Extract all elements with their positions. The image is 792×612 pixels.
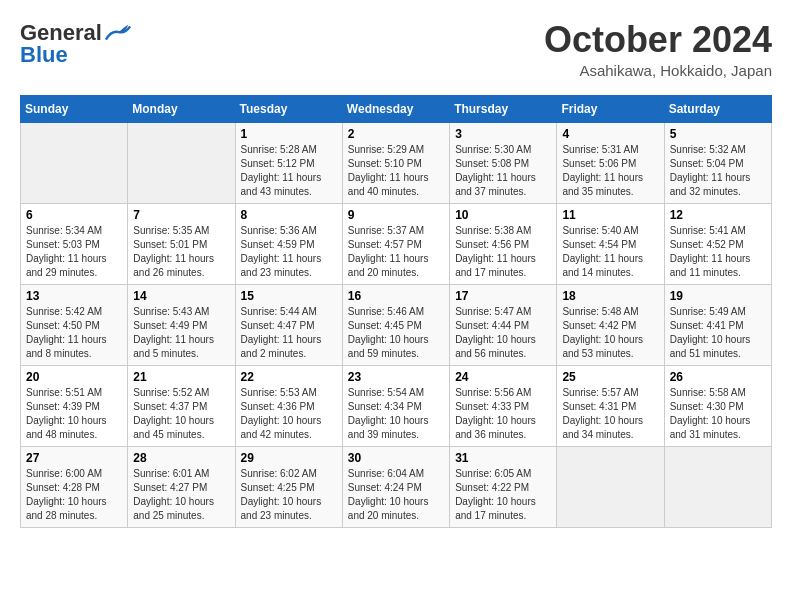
day-info: Sunrise: 5:43 AMSunset: 4:49 PMDaylight:… [133, 305, 229, 361]
day-number: 19 [670, 289, 766, 303]
day-info: Sunrise: 5:40 AMSunset: 4:54 PMDaylight:… [562, 224, 658, 280]
day-info: Sunrise: 5:32 AMSunset: 5:04 PMDaylight:… [670, 143, 766, 199]
calendar-cell: 18Sunrise: 5:48 AMSunset: 4:42 PMDayligh… [557, 284, 664, 365]
logo: General Blue [20, 20, 132, 68]
day-number: 7 [133, 208, 229, 222]
calendar-cell: 26Sunrise: 5:58 AMSunset: 4:30 PMDayligh… [664, 365, 771, 446]
day-number: 4 [562, 127, 658, 141]
calendar-cell: 11Sunrise: 5:40 AMSunset: 4:54 PMDayligh… [557, 203, 664, 284]
calendar-cell: 19Sunrise: 5:49 AMSunset: 4:41 PMDayligh… [664, 284, 771, 365]
calendar-cell: 17Sunrise: 5:47 AMSunset: 4:44 PMDayligh… [450, 284, 557, 365]
calendar-cell: 25Sunrise: 5:57 AMSunset: 4:31 PMDayligh… [557, 365, 664, 446]
day-info: Sunrise: 5:37 AMSunset: 4:57 PMDaylight:… [348, 224, 444, 280]
day-number: 20 [26, 370, 122, 384]
calendar-cell: 3Sunrise: 5:30 AMSunset: 5:08 PMDaylight… [450, 122, 557, 203]
day-info: Sunrise: 5:54 AMSunset: 4:34 PMDaylight:… [348, 386, 444, 442]
day-info: Sunrise: 5:49 AMSunset: 4:41 PMDaylight:… [670, 305, 766, 361]
day-info: Sunrise: 5:41 AMSunset: 4:52 PMDaylight:… [670, 224, 766, 280]
logo-bird-icon [104, 22, 132, 44]
day-number: 28 [133, 451, 229, 465]
calendar-week-row: 20Sunrise: 5:51 AMSunset: 4:39 PMDayligh… [21, 365, 772, 446]
calendar-cell: 27Sunrise: 6:00 AMSunset: 4:28 PMDayligh… [21, 446, 128, 527]
calendar-cell: 5Sunrise: 5:32 AMSunset: 5:04 PMDaylight… [664, 122, 771, 203]
weekday-header: Friday [557, 95, 664, 122]
day-info: Sunrise: 5:31 AMSunset: 5:06 PMDaylight:… [562, 143, 658, 199]
day-info: Sunrise: 6:05 AMSunset: 4:22 PMDaylight:… [455, 467, 551, 523]
day-number: 24 [455, 370, 551, 384]
weekday-header: Saturday [664, 95, 771, 122]
calendar-week-row: 1Sunrise: 5:28 AMSunset: 5:12 PMDaylight… [21, 122, 772, 203]
day-number: 30 [348, 451, 444, 465]
day-info: Sunrise: 5:28 AMSunset: 5:12 PMDaylight:… [241, 143, 337, 199]
day-number: 2 [348, 127, 444, 141]
day-number: 18 [562, 289, 658, 303]
page-header: General Blue October 2024 Asahikawa, Hok… [20, 20, 772, 79]
calendar-cell: 10Sunrise: 5:38 AMSunset: 4:56 PMDayligh… [450, 203, 557, 284]
calendar-cell: 21Sunrise: 5:52 AMSunset: 4:37 PMDayligh… [128, 365, 235, 446]
day-info: Sunrise: 5:58 AMSunset: 4:30 PMDaylight:… [670, 386, 766, 442]
day-number: 26 [670, 370, 766, 384]
calendar-cell: 12Sunrise: 5:41 AMSunset: 4:52 PMDayligh… [664, 203, 771, 284]
calendar-cell: 13Sunrise: 5:42 AMSunset: 4:50 PMDayligh… [21, 284, 128, 365]
day-number: 12 [670, 208, 766, 222]
calendar-cell: 8Sunrise: 5:36 AMSunset: 4:59 PMDaylight… [235, 203, 342, 284]
day-info: Sunrise: 5:46 AMSunset: 4:45 PMDaylight:… [348, 305, 444, 361]
month-title: October 2024 [544, 20, 772, 60]
day-info: Sunrise: 5:53 AMSunset: 4:36 PMDaylight:… [241, 386, 337, 442]
day-info: Sunrise: 6:02 AMSunset: 4:25 PMDaylight:… [241, 467, 337, 523]
calendar-cell: 1Sunrise: 5:28 AMSunset: 5:12 PMDaylight… [235, 122, 342, 203]
day-info: Sunrise: 5:42 AMSunset: 4:50 PMDaylight:… [26, 305, 122, 361]
day-info: Sunrise: 5:34 AMSunset: 5:03 PMDaylight:… [26, 224, 122, 280]
location: Asahikawa, Hokkaido, Japan [544, 62, 772, 79]
calendar-cell: 14Sunrise: 5:43 AMSunset: 4:49 PMDayligh… [128, 284, 235, 365]
day-number: 5 [670, 127, 766, 141]
weekday-header: Sunday [21, 95, 128, 122]
day-number: 27 [26, 451, 122, 465]
day-number: 23 [348, 370, 444, 384]
day-info: Sunrise: 5:57 AMSunset: 4:31 PMDaylight:… [562, 386, 658, 442]
calendar-cell [557, 446, 664, 527]
logo-blue: Blue [20, 42, 68, 68]
day-info: Sunrise: 6:04 AMSunset: 4:24 PMDaylight:… [348, 467, 444, 523]
day-number: 14 [133, 289, 229, 303]
day-info: Sunrise: 6:00 AMSunset: 4:28 PMDaylight:… [26, 467, 122, 523]
weekday-header: Thursday [450, 95, 557, 122]
weekday-header-row: SundayMondayTuesdayWednesdayThursdayFrid… [21, 95, 772, 122]
calendar-cell: 30Sunrise: 6:04 AMSunset: 4:24 PMDayligh… [342, 446, 449, 527]
calendar-cell: 2Sunrise: 5:29 AMSunset: 5:10 PMDaylight… [342, 122, 449, 203]
calendar-cell: 29Sunrise: 6:02 AMSunset: 4:25 PMDayligh… [235, 446, 342, 527]
calendar-cell [128, 122, 235, 203]
title-block: October 2024 Asahikawa, Hokkaido, Japan [544, 20, 772, 79]
day-number: 10 [455, 208, 551, 222]
day-info: Sunrise: 5:48 AMSunset: 4:42 PMDaylight:… [562, 305, 658, 361]
calendar-cell: 15Sunrise: 5:44 AMSunset: 4:47 PMDayligh… [235, 284, 342, 365]
day-info: Sunrise: 5:36 AMSunset: 4:59 PMDaylight:… [241, 224, 337, 280]
calendar-cell: 28Sunrise: 6:01 AMSunset: 4:27 PMDayligh… [128, 446, 235, 527]
calendar-week-row: 13Sunrise: 5:42 AMSunset: 4:50 PMDayligh… [21, 284, 772, 365]
day-number: 6 [26, 208, 122, 222]
calendar-cell [664, 446, 771, 527]
weekday-header: Tuesday [235, 95, 342, 122]
calendar-cell: 7Sunrise: 5:35 AMSunset: 5:01 PMDaylight… [128, 203, 235, 284]
day-info: Sunrise: 5:52 AMSunset: 4:37 PMDaylight:… [133, 386, 229, 442]
day-number: 29 [241, 451, 337, 465]
day-info: Sunrise: 5:35 AMSunset: 5:01 PMDaylight:… [133, 224, 229, 280]
calendar-cell: 9Sunrise: 5:37 AMSunset: 4:57 PMDaylight… [342, 203, 449, 284]
day-number: 8 [241, 208, 337, 222]
day-number: 1 [241, 127, 337, 141]
calendar-table: SundayMondayTuesdayWednesdayThursdayFrid… [20, 95, 772, 528]
calendar-cell: 6Sunrise: 5:34 AMSunset: 5:03 PMDaylight… [21, 203, 128, 284]
calendar-week-row: 6Sunrise: 5:34 AMSunset: 5:03 PMDaylight… [21, 203, 772, 284]
day-info: Sunrise: 6:01 AMSunset: 4:27 PMDaylight:… [133, 467, 229, 523]
day-number: 13 [26, 289, 122, 303]
weekday-header: Wednesday [342, 95, 449, 122]
day-info: Sunrise: 5:51 AMSunset: 4:39 PMDaylight:… [26, 386, 122, 442]
day-number: 15 [241, 289, 337, 303]
day-info: Sunrise: 5:29 AMSunset: 5:10 PMDaylight:… [348, 143, 444, 199]
day-info: Sunrise: 5:30 AMSunset: 5:08 PMDaylight:… [455, 143, 551, 199]
day-number: 25 [562, 370, 658, 384]
day-number: 22 [241, 370, 337, 384]
day-info: Sunrise: 5:38 AMSunset: 4:56 PMDaylight:… [455, 224, 551, 280]
day-number: 31 [455, 451, 551, 465]
day-number: 9 [348, 208, 444, 222]
